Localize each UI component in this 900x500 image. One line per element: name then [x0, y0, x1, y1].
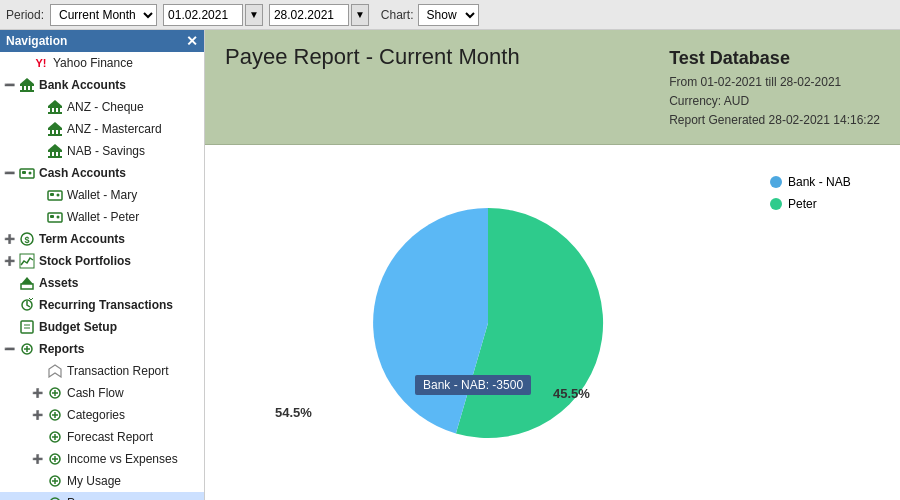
- main-layout: Navigation ✕ Y! Yahoo Finance ➖ Bank Acc…: [0, 30, 900, 500]
- sidebar-item-anz-mastercard[interactable]: ANZ - Mastercard: [0, 118, 204, 140]
- payees-icon: [46, 494, 64, 500]
- chart-area: 45.5% 54.5% 54.5% Bank - NAB: -3500: [205, 145, 900, 500]
- income-vs-expenses-icon: [46, 450, 64, 468]
- anz-cheque-icon: [46, 98, 64, 116]
- svg-marker-45: [49, 365, 61, 377]
- sidebar-header: Navigation ✕: [0, 30, 204, 52]
- expand-spacer: [4, 322, 18, 333]
- svg-rect-31: [50, 215, 54, 218]
- sidebar-item-forecast-report[interactable]: Forecast Report: [0, 426, 204, 448]
- sidebar-item-label: Stock Portfolios: [39, 254, 131, 268]
- sidebar-item-label: Assets: [39, 276, 78, 290]
- expand-spacer: [32, 190, 46, 201]
- svg-rect-11: [48, 112, 62, 114]
- date-to-container: ▼: [269, 4, 369, 26]
- svg-text:$: $: [24, 235, 29, 245]
- date-from-calendar-button[interactable]: ▼: [245, 4, 263, 26]
- sidebar-item-nab-savings[interactable]: NAB - Savings: [0, 140, 204, 162]
- svg-rect-19: [50, 152, 52, 156]
- sidebar-item-budget-setup[interactable]: Budget Setup: [0, 316, 204, 338]
- sidebar-item-term-accounts[interactable]: ➕ $ Term Accounts: [0, 228, 204, 250]
- sidebar-title: Navigation: [6, 34, 67, 48]
- sidebar-item-anz-cheque[interactable]: ANZ - Cheque: [0, 96, 204, 118]
- pie-chart: 45.5% 54.5%: [338, 183, 638, 463]
- sidebar-item-label: Cash Accounts: [39, 166, 126, 180]
- cash-flow-expand[interactable]: ➕: [32, 388, 46, 398]
- expand-spacer: [32, 212, 46, 223]
- sidebar-close-button[interactable]: ✕: [186, 33, 198, 49]
- svg-rect-23: [48, 156, 62, 158]
- sidebar-item-label: My Usage: [67, 474, 121, 488]
- svg-point-32: [57, 216, 60, 219]
- my-usage-icon: [46, 472, 64, 490]
- svg-rect-2: [26, 86, 28, 90]
- date-to-input[interactable]: [269, 4, 349, 26]
- svg-rect-21: [58, 152, 60, 156]
- tooltip-text: Bank - NAB: -3500: [423, 378, 523, 392]
- period-select[interactable]: Current MonthLast MonthThis YearLast Yea…: [50, 4, 157, 26]
- reports-expand-icon[interactable]: ➖: [4, 344, 18, 354]
- sidebar-item-wallet-mary[interactable]: Wallet - Mary: [0, 184, 204, 206]
- svg-marker-22: [48, 144, 62, 150]
- sidebar-item-wallet-peter[interactable]: Wallet - Peter: [0, 206, 204, 228]
- expand-spacer: [4, 278, 18, 289]
- sidebar-item-bank-accounts[interactable]: ➖ Bank Accounts: [0, 74, 204, 96]
- svg-rect-28: [50, 193, 54, 196]
- sidebar-item-reports[interactable]: ➖ Reports: [0, 338, 204, 360]
- tooltip-bank-nab: Bank - NAB: -3500: [415, 375, 531, 395]
- sidebar-item-my-usage[interactable]: My Usage: [0, 470, 204, 492]
- cash-accounts-icon: [18, 164, 36, 182]
- legend-dot-bank-nab: [770, 176, 782, 188]
- assets-icon: [18, 274, 36, 292]
- svg-rect-8: [54, 108, 56, 112]
- sidebar-item-cash-accounts[interactable]: ➖ Cash Accounts: [0, 162, 204, 184]
- bank-expand-icon[interactable]: ➖: [4, 80, 18, 90]
- expand-spacer: [32, 366, 46, 377]
- database-name: Test Database: [669, 44, 880, 73]
- date-from-input[interactable]: [163, 4, 243, 26]
- pie-label-bank-nab: 45.5%: [553, 386, 590, 401]
- term-expand-icon[interactable]: ➕: [4, 234, 18, 244]
- sidebar-item-stock-portfolios[interactable]: ➕ Stock Portfolios: [0, 250, 204, 272]
- report-date-range: From 01-02-2021 till 28-02-2021: [669, 73, 880, 92]
- report-currency: Currency: AUD: [669, 92, 880, 111]
- sidebar-item-recurring-transactions[interactable]: Recurring Transactions: [0, 294, 204, 316]
- legend-item-bank-nab: Bank - NAB: [770, 175, 880, 189]
- sidebar-item-yahoo-finance[interactable]: Y! Yahoo Finance: [0, 52, 204, 74]
- sidebar-item-label: Categories: [67, 408, 125, 422]
- transaction-report-icon: [46, 362, 64, 380]
- svg-rect-18: [48, 150, 62, 152]
- cash-expand-icon[interactable]: ➖: [4, 168, 18, 178]
- sidebar-item-label: Income vs Expenses: [67, 452, 178, 466]
- date-to-calendar-button[interactable]: ▼: [351, 4, 369, 26]
- categories-icon: [46, 406, 64, 424]
- svg-rect-1: [22, 86, 24, 90]
- sidebar-item-assets[interactable]: Assets: [0, 272, 204, 294]
- wallet-mary-icon: [46, 186, 64, 204]
- sidebar-item-label: Term Accounts: [39, 232, 125, 246]
- report-header: Payee Report - Current Month Test Databa…: [205, 30, 900, 145]
- svg-point-29: [57, 194, 60, 197]
- sidebar-item-cash-flow[interactable]: ➕ Cash Flow: [0, 382, 204, 404]
- expand-spacer: [32, 146, 46, 157]
- sidebar-item-transaction-report[interactable]: Transaction Report: [0, 360, 204, 382]
- chart-select[interactable]: ShowHide: [418, 4, 479, 26]
- svg-marker-4: [20, 78, 34, 84]
- sidebar-item-payees[interactable]: Payees: [0, 492, 204, 500]
- income-expand[interactable]: ➕: [32, 454, 46, 464]
- svg-rect-39: [21, 321, 33, 333]
- chart-section: Chart: ShowHide: [381, 4, 479, 26]
- sidebar-item-income-vs-expenses[interactable]: ➕ Income vs Expenses: [0, 448, 204, 470]
- svg-marker-16: [48, 122, 62, 128]
- sidebar-item-categories[interactable]: ➕ Categories: [0, 404, 204, 426]
- svg-rect-25: [22, 171, 26, 174]
- sidebar-item-label: ANZ - Mastercard: [67, 122, 162, 136]
- sidebar-item-label: Reports: [39, 342, 84, 356]
- report-title: Payee Report - Current Month: [225, 44, 520, 70]
- wallet-peter-icon: [46, 208, 64, 226]
- chart-legend: Bank - NAB Peter: [760, 155, 890, 490]
- categories-expand[interactable]: ➕: [32, 410, 46, 420]
- sidebar-item-label: Wallet - Peter: [67, 210, 139, 224]
- svg-rect-27: [48, 191, 62, 200]
- stock-expand-icon[interactable]: ➕: [4, 256, 18, 266]
